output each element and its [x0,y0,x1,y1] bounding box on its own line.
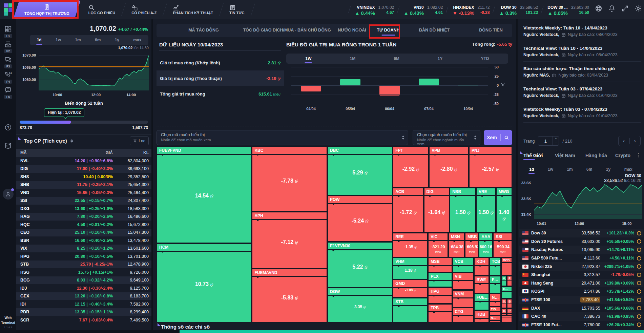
top-index-dow-30-[interactable]: DOW 30 ...33,603.00 ▲ 0.05%16.50 [543,4,594,16]
treemap-cell-ctg[interactable]: CTG [452,308,474,322]
table-row-idi[interactable]: IDI 12.15 | +0.40/+3.4% 7,582,000 [16,300,151,308]
tab-t-doanh[interactable]: TỰ DOANH [377,28,399,33]
sidebar-item-f2[interactable]: F2 [0,41,16,53]
sort-icon[interactable] [70,139,73,143]
treemap-cell-mbb[interactable]: MBB-606.93 triệu [465,233,479,257]
treemap-cell-fuevfvnd[interactable]: FUEVFVND14.54 tỷ [157,146,252,243]
treemap-cell-acb[interactable]: ACB-1.72 tỷ [393,188,423,233]
settings-icon[interactable] [635,5,642,12]
alert-clock-icon[interactable] [637,239,641,244]
vnindex-range-1w[interactable]: 1w [55,36,62,44]
vnindex-range-1y[interactable]: 1y [114,36,120,44]
treemap-cell-vhm[interactable]: VHM1.18 tỷ [393,257,428,279]
treemap-cell-gmd[interactable]: GMD-1.08 tỷ [393,279,428,298]
bar-06/04[interactable] [379,85,400,96]
sidebar-item-f1[interactable]: F1 [0,25,16,38]
treemap-cell-mwg[interactable]: MWG1.40 tỷ [496,188,512,233]
table-row-scr[interactable]: SCR 7.67 | -0.03/-0.4% 7,499,500 [16,316,151,324]
top-index-dow-30[interactable]: DOW 3033,586.52 ▲ 0.3%101.23 [494,4,543,16]
vnindex-range-6m[interactable]: 6m [94,36,101,44]
top-index-vn30[interactable]: VN301,082.02 ▲ 0.43%4.61 [399,4,448,16]
treemap-cell-dgw[interactable]: DGW3.35 tỷ [327,288,393,322]
treemap-cell-v-[interactable]: V… [501,276,507,286]
treemap-cell-tpb[interactable]: TPB [428,304,452,322]
world-index-cac-40[interactable]: CAC 40 7,386.73 +61.98/+0.85% [519,312,643,321]
alert-clock-icon[interactable] [637,231,641,235]
sidebar-item-f3[interactable]: F3 [0,56,16,68]
news-item[interactable]: Vietstock Weekly: Tuần 03 - 07/04/2023 N… [523,107,641,118]
alert-clock-icon[interactable] [637,264,641,269]
treemap-cell-vib[interactable]: VIB [452,272,474,290]
world-index-dax[interactable]: DAX 15,703.55 +105.66/+0.68% [519,304,643,312]
treemap-cell-s-[interactable]: S… [501,299,507,309]
table-row-hag[interactable]: HAG 7.80 | +0.20/+2.6% 16,486,600 [16,213,151,221]
treemap-cell-msn[interactable]: MSN-684.38 triệu [448,233,465,257]
bar-04/04[interactable] [301,85,321,91]
table-row-bcg[interactable]: BCG 8.03 | +0.32/+4.2% 9,649,100 [16,276,151,285]
globe-icon[interactable] [595,5,602,12]
week-range-1W[interactable]: 1W [305,55,312,62]
more-menu-icon[interactable]: ⋮ [636,152,641,158]
treemap-cell-tcb[interactable]: TCB [489,257,501,276]
market-tab-vi-t-nam[interactable]: Việt Nam [555,153,575,158]
vnindex-range-max[interactable]: max [132,36,142,44]
news-item[interactable]: Vietstock Weekly: Tuần 10 - 14/04/2023 N… [523,25,641,37]
table-row-shb[interactable]: SHB 11.75 | -0.25/-2.1% 25,654,300 [16,181,151,189]
page-stepper[interactable]: 1 +− [538,136,559,146]
treemap-cell-vcb[interactable]: VCB [452,257,474,272]
treemap-cell-dbc[interactable]: DBC5.29 tỷ [327,146,393,195]
markets-range-1d[interactable]: 1d [528,166,535,173]
treemap-cell-fuemavnd[interactable]: FUEMAVND-5.83 tỷ [252,269,327,322]
table-row-hqc[interactable]: HQC 4.50 | +0.01/+0.2% 15,672,800 [16,221,151,229]
nav-tab-c-phi-u-a-z[interactable]: CỔ PHIẾU A-Z [123,0,165,19]
index-params-heading[interactable]: Thông số các chỉ số [161,324,210,330]
nav-tab-t-ng-h-p-th-tr-ng[interactable]: TỔNG HỢP THỊ TRƯỜNG [13,0,81,19]
tab-b-n-nhi-t[interactable]: BẢN ĐỒ NHIỆT [419,28,450,33]
alert-clock-icon[interactable] [637,256,641,261]
week-range-1M[interactable]: 1M [349,55,356,62]
world-index-nikkei-225[interactable]: Nikkei 225 27,923.37 +289.71/+1.05% [519,262,643,271]
treemap-cell-n-[interactable]: N… [489,315,501,322]
table-row-stb[interactable]: STB 25.70 | -0.25/-1% 12,478,900 [16,261,151,269]
table-row-dxg[interactable]: DXG 13.60 | +0.25/+1.9% 18,583,300 [16,205,151,213]
treemap-cell-vic[interactable]: VIC-821.20 triệu [428,233,448,257]
treemap-cell-n-[interactable]: N… [489,293,501,307]
sidebar-item-f4[interactable]: 24F4 [0,71,16,84]
tab-t-c-giao-d-ch-mua-b-n-ch-ng[interactable]: TỐC ĐỘ GIAO DỊCH/MUA - BÁN CHỦ ĐỘNG [243,28,331,33]
nav-tab-tin-t-c[interactable]: TIN TỨC [221,0,253,19]
table-row-nvl[interactable]: NVL 14.20 | +0.90/+6.8% 62,804,000 [16,157,151,165]
treemap-cell-p[interactable]: P [507,308,512,315]
world-index-ftse-100[interactable]: FTSE 100 7,783.40 +41.84/+0.54% [519,296,643,304]
world-index-nasdaq-futures[interactable]: Nasdaq Futures 13,065.90 +14.70/+0.11% [519,246,643,254]
markets-range-1m[interactable]: 1m [566,166,573,173]
sidebar-item-f6[interactable]: F6 [0,86,16,99]
bell-icon[interactable] [608,5,616,12]
nav-tab-l-c-c-phi-u[interactable]: LỌC CỔ PHIẾU [80,0,123,19]
treemap-cell-f-[interactable]: F… [507,276,512,286]
treemap-cell-fpt[interactable]: FPT-2.92 tỷ [393,146,429,188]
sidebar-help-icon[interactable]: ? [0,124,16,131]
table-row-shs[interactable]: SHS 10.40 | 0.00/0% 29,352,500 [16,173,151,181]
markets-range-max[interactable]: max [624,166,633,173]
table-row-hsg[interactable]: HSG 15.75 | +0.15/+1% 9,726,000 [16,268,151,276]
sidebar-bookmark-icon[interactable] [0,142,16,150]
world-index-ftse-100-fut-[interactable]: FTSE 100 Fut... 7,780.00 +26.20/+0.34% [519,321,643,329]
treemap-cell-kdh[interactable]: KDH [474,257,489,276]
treemap-cell-ocb[interactable]: OCB [501,257,512,276]
alert-clock-icon[interactable] [637,314,641,319]
table-row-vix[interactable]: VIX 8.25 | +0.10/+1.2% 13,601,600 [16,245,151,253]
treemap-cell-stb[interactable]: STB [393,298,428,322]
treemap-cell-b[interactable]: B [507,299,512,309]
table-row-bsr[interactable]: BSR 16.60 | +0.40/+2.5% 13,478,400 [16,236,151,245]
vnindex-range-1m[interactable]: 1m [74,36,81,44]
treemap-cell-aph[interactable]: APH-7.12 tỷ [252,212,327,269]
funnel-icon[interactable] [501,82,505,87]
treemap-cell-vre[interactable]: VRE1.50 tỷ [476,188,496,233]
treemap-cell-f-[interactable]: F… [489,276,501,293]
vietstock-logo[interactable] [3,3,14,16]
markets-range-1w[interactable]: 1w [547,166,554,173]
treemap-cell-hcm[interactable]: HCM10.73 tỷ [157,243,252,322]
news-item[interactable]: Technical View: Tuần 03 - 07/04/2023 Ngu… [523,86,641,98]
treemap-cell-nbb[interactable]: NBB1.50 tỷ [450,188,476,233]
sector-select-dropdown[interactable]: Chọn ngành muốn hiển thị Nhấn để chọn ng… [413,130,480,145]
